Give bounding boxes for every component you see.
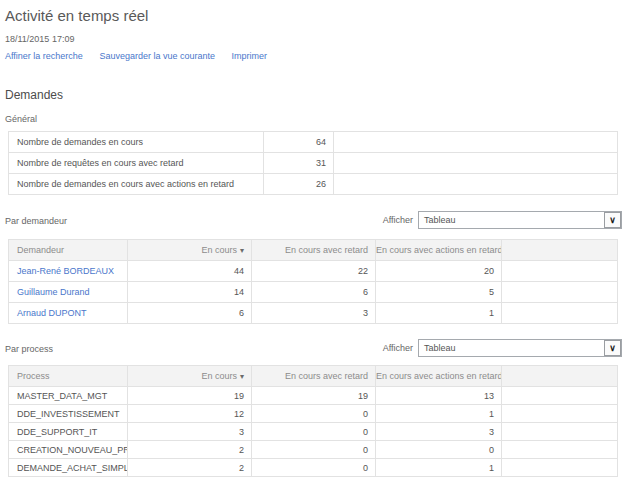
value-cell: 5 [376,282,502,303]
empty-cell [334,132,618,153]
empty-cell [502,387,618,405]
table-row: DDE_SUPPORT_IT303 [9,423,618,441]
column-header-demandeur[interactable]: Demandeur [9,240,128,261]
value-cell: 6 [252,282,376,303]
value-cell: 1 [376,459,502,477]
column-header-actions-retard[interactable]: En cours avec actions en retard [376,240,502,261]
by-process-table-body: MASTER_DATA_MGT191913DDE_INVESTISSEMENT1… [9,387,618,477]
table-row: Arnaud DUPONT631 [9,303,618,324]
name-cell: Nombre de demandes en cours [9,132,264,153]
name-cell: DEMANDE_ACHAT_SIMPLE [9,459,128,477]
value-cell: 0 [252,459,376,477]
table-header-row: Process En cours▾ En cours avec retard E… [9,366,618,387]
sort-desc-icon: ▾ [240,246,244,255]
section-title-demandes: Demandes [5,88,63,102]
by-process-header: Par process Afficher Tableau ∨ [0,339,624,357]
column-header-empty [502,366,618,387]
empty-cell [502,441,618,459]
display-mode-value: Tableau [419,215,456,225]
by-process-table: Process En cours▾ En cours avec retard E… [8,365,618,477]
column-header-en-cours[interactable]: En cours▾ [128,240,252,261]
table-row: Jean-René BORDEAUX442220 [9,261,618,282]
table-row: DDE_INVESTISSEMENT1201 [9,405,618,423]
by-requester-table: Demandeur En cours▾ En cours avec retard… [8,239,618,324]
table-row: Guillaume Durand1465 [9,282,618,303]
chevron-down-icon[interactable]: ∨ [604,340,621,356]
value-cell: 22 [252,261,376,282]
value-cell: 1 [376,405,502,423]
value-cell: 1 [376,303,502,324]
name-cell: MASTER_DATA_MGT [9,387,128,405]
value-cell: 13 [376,387,502,405]
empty-cell [334,153,618,174]
by-requester-header: Par demandeur Afficher Tableau ∨ [0,211,624,229]
value-cell: 0 [252,441,376,459]
empty-cell [502,423,618,441]
value-cell: 0 [252,405,376,423]
real-time-activity-page: Activité en temps réel 18/11/2015 17:09 … [0,0,624,486]
column-header-empty [502,240,618,261]
refine-search-link[interactable]: Affiner la recherche [5,51,83,61]
general-label: Général [5,114,37,124]
afficher-label: Afficher [383,215,413,225]
sort-desc-icon: ▾ [240,372,244,381]
report-timestamp: 18/11/2015 17:09 [5,34,74,44]
display-control: Afficher Tableau ∨ [383,211,622,229]
value-cell: 3 [252,303,376,324]
value-cell: 2 [128,441,252,459]
value-cell: 19 [128,387,252,405]
empty-cell [502,303,618,324]
empty-cell [502,459,618,477]
requester-link[interactable]: Jean-René BORDEAUX [17,266,114,276]
name-cell: CREATION_NOUVEAU_PRODUIT [9,441,128,459]
column-header-process[interactable]: Process [9,366,128,387]
value-cell: 0 [252,423,376,441]
save-current-view-link[interactable]: Sauvegarder la vue courante [99,51,215,61]
display-mode-select[interactable]: Tableau ∨ [418,339,622,357]
general-table-body: Nombre de demandes en cours64Nombre de r… [9,132,618,195]
value-cell: 19 [252,387,376,405]
value-cell: 3 [376,423,502,441]
empty-cell [334,174,618,195]
table-row: Nombre de requêtes en cours avec retard3… [9,153,618,174]
print-link[interactable]: Imprimer [232,51,268,61]
name-cell: DDE_INVESTISSEMENT [9,405,128,423]
table-header-row: Demandeur En cours▾ En cours avec retard… [9,240,618,261]
general-summary-table: Nombre de demandes en cours64Nombre de r… [8,131,618,195]
empty-cell [502,261,618,282]
requester-link[interactable]: Guillaume Durand [17,287,90,297]
display-control: Afficher Tableau ∨ [383,339,622,357]
column-header-actions-retard[interactable]: En cours avec actions en retard [376,366,502,387]
name-cell: Guillaume Durand [9,282,128,303]
by-requester-table-body: Jean-René BORDEAUX442220Guillaume Durand… [9,261,618,324]
value-cell: 31 [264,153,334,174]
value-cell: 26 [264,174,334,195]
table-row: Nombre de demandes en cours64 [9,132,618,153]
value-cell: 6 [128,303,252,324]
value-cell: 3 [128,423,252,441]
name-cell: DDE_SUPPORT_IT [9,423,128,441]
by-requester-label: Par demandeur [5,216,67,226]
page-title: Activité en temps réel [5,7,148,24]
name-cell: Nombre de demandes en cours avec actions… [9,174,264,195]
requester-link[interactable]: Arnaud DUPONT [17,308,87,318]
name-cell: Jean-René BORDEAUX [9,261,128,282]
by-process-label: Par process [5,344,53,354]
toolbar: Affiner la recherche Sauvegarder la vue … [5,51,281,61]
afficher-label: Afficher [383,343,413,353]
column-header-en-cours-retard[interactable]: En cours avec retard [252,240,376,261]
table-row: DEMANDE_ACHAT_SIMPLE201 [9,459,618,477]
column-header-en-cours[interactable]: En cours▾ [128,366,252,387]
empty-cell [502,405,618,423]
chevron-down-icon[interactable]: ∨ [604,212,621,228]
value-cell: 12 [128,405,252,423]
value-cell: 44 [128,261,252,282]
display-mode-select[interactable]: Tableau ∨ [418,211,622,229]
column-header-en-cours-retard[interactable]: En cours avec retard [252,366,376,387]
table-row: Nombre de demandes en cours avec actions… [9,174,618,195]
table-row: MASTER_DATA_MGT191913 [9,387,618,405]
name-cell: Arnaud DUPONT [9,303,128,324]
value-cell: 0 [376,441,502,459]
value-cell: 14 [128,282,252,303]
value-cell: 20 [376,261,502,282]
